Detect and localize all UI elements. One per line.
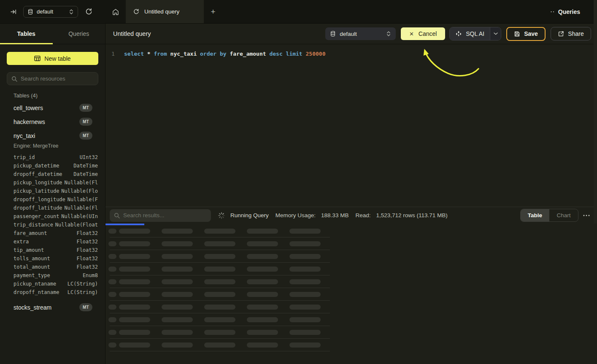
tables-list: cell_towersMThackernewsMTnyc_taxiMTEngin… xyxy=(0,101,105,314)
main-pane: Untitled query default ✕ Cancel xyxy=(105,24,597,364)
more-options-button[interactable] xyxy=(583,215,590,216)
plus-icon: + xyxy=(211,7,215,16)
column-name: dropoff_longitude xyxy=(14,197,65,202)
resource-search[interactable] xyxy=(7,72,98,85)
save-label: Save xyxy=(524,30,538,37)
column-row: payment_typeEnum8 xyxy=(0,271,105,280)
results-search-input[interactable] xyxy=(123,212,207,218)
skeleton-cell xyxy=(162,254,193,259)
save-button[interactable]: Save xyxy=(506,27,546,41)
scrollbar-track[interactable] xyxy=(594,0,597,224)
sidebar-tab-tables[interactable]: Tables xyxy=(0,24,53,44)
column-name: tip_amount xyxy=(14,247,44,253)
skeleton-cell xyxy=(247,292,278,297)
skeleton-cell xyxy=(119,292,150,297)
refresh-icon[interactable] xyxy=(85,8,92,15)
skeleton-cell xyxy=(108,241,116,246)
resource-search-input[interactable] xyxy=(21,75,94,82)
queries-link[interactable]: Queries xyxy=(550,0,597,23)
column-type: Nullable(Float xyxy=(55,222,98,228)
new-tab-button[interactable]: + xyxy=(204,0,222,23)
skeleton-cell xyxy=(162,279,193,284)
engine-label: Engine: MergeTree xyxy=(0,143,105,149)
table-item-stocks_stream[interactable]: stocks_streamMT xyxy=(0,300,105,314)
sql-token-ident: fare_amount xyxy=(227,51,266,57)
sql-token-keyword: order xyxy=(197,51,216,57)
tab-untitled-query[interactable]: Untitled query xyxy=(126,0,204,23)
skeleton-cell xyxy=(108,305,116,310)
skeleton-cell xyxy=(119,229,150,234)
tables-section-label: Tables (4) xyxy=(14,93,105,99)
column-name: payment_type xyxy=(14,272,50,278)
cancel-button[interactable]: ✕ Cancel xyxy=(401,27,445,40)
column-row: pickup_latitudeNullable(Flo xyxy=(0,187,105,195)
database-selector[interactable]: default xyxy=(325,27,396,40)
skeleton-cell xyxy=(289,241,321,246)
skeleton-cell xyxy=(162,267,193,272)
skeleton-cell xyxy=(289,254,321,259)
table-item-hackernews[interactable]: hackernewsMT xyxy=(0,115,105,129)
home-tab[interactable] xyxy=(105,0,126,23)
skeleton-cell xyxy=(289,330,321,335)
sidebar-tab-queries[interactable]: Queries xyxy=(53,24,105,44)
skeleton-cell xyxy=(108,342,116,348)
engine-badge: MT xyxy=(79,118,92,126)
skeleton-row xyxy=(105,225,330,237)
sql-editor[interactable]: 1 select * from nyc_taxi order by fare_a… xyxy=(105,44,597,207)
results-search[interactable] xyxy=(110,209,211,222)
skeleton-cell xyxy=(119,241,150,246)
column-type: Nullable(Flo xyxy=(61,188,98,194)
collapse-sidebar-icon[interactable] xyxy=(10,8,17,15)
read-label: Read: xyxy=(355,212,370,218)
body: Tables Queries New table Tables (4) cell… xyxy=(0,24,597,364)
results-table-loading xyxy=(105,224,597,364)
sql-ai-main[interactable]: SQL AI xyxy=(450,27,490,40)
sql-token-ident: * xyxy=(144,51,151,57)
table-item-cell_towers[interactable]: cell_towersMT xyxy=(0,101,105,115)
column-type: Nullable(Fl xyxy=(65,180,98,186)
skeleton-cell xyxy=(119,254,150,259)
topbar-left: default xyxy=(0,0,105,23)
sync-icon xyxy=(133,8,139,15)
sql-ai-dropdown[interactable] xyxy=(490,27,501,40)
skeleton-row xyxy=(105,288,330,301)
column-name: total_amount xyxy=(14,264,50,270)
chevron-down-icon xyxy=(494,32,498,35)
engine-badge: MT xyxy=(79,104,92,112)
home-icon xyxy=(112,8,119,16)
toggle-table[interactable]: Table xyxy=(521,209,549,221)
toggle-chart[interactable]: Chart xyxy=(549,209,578,221)
sql-token-keyword: select xyxy=(124,51,144,57)
skeleton-cell xyxy=(289,305,321,310)
table-item-nyc_taxi[interactable]: nyc_taxiMT xyxy=(0,129,105,143)
skeleton-cell xyxy=(119,330,150,335)
column-row: tolls_amountFloat32 xyxy=(0,254,105,263)
save-icon xyxy=(514,31,520,37)
skeleton-cell xyxy=(204,279,235,284)
share-button[interactable]: Share xyxy=(551,27,591,40)
column-name: trip_id xyxy=(14,154,35,160)
new-table-button[interactable]: New table xyxy=(7,52,98,65)
column-row: dropoff_latitudeNullable(Fl xyxy=(0,204,105,212)
database-selector-value: default xyxy=(340,31,382,37)
sql-ai-label: SQL AI xyxy=(466,30,484,37)
column-type: Nullable(UIn xyxy=(61,213,98,219)
table-name: stocks_stream xyxy=(14,304,51,311)
column-row: trip_idUInt32 xyxy=(0,153,105,162)
tab-label: Untitled query xyxy=(144,8,179,15)
table-name: hackernews xyxy=(14,119,45,125)
column-name: pickup_ntaname xyxy=(14,281,56,287)
column-name: dropoff_ntaname xyxy=(14,289,59,295)
skeleton-cell xyxy=(247,254,278,259)
sidebar-tabs: Tables Queries xyxy=(0,24,105,44)
skeleton-cell xyxy=(162,330,193,335)
skeleton-cell xyxy=(162,292,193,297)
database-selector[interactable]: default xyxy=(23,6,78,18)
skeleton-row xyxy=(105,301,330,313)
column-row: passenger_countNullable(UIn xyxy=(0,212,105,221)
sql-code: select * from nyc_taxi order by fare_amo… xyxy=(121,49,326,59)
skeleton-cell xyxy=(204,292,235,297)
column-row: dropoff_datetimeDateTime xyxy=(0,170,105,178)
search-icon xyxy=(11,76,17,82)
column-row: total_amountFloat32 xyxy=(0,263,105,271)
